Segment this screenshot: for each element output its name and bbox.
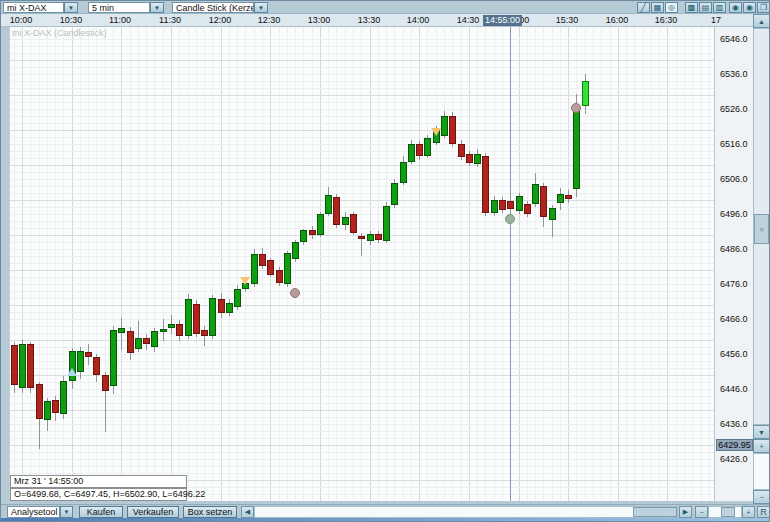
candle[interactable] — [491, 200, 498, 213]
candle[interactable] — [400, 162, 407, 183]
candle[interactable] — [333, 197, 340, 225]
candle[interactable] — [77, 351, 84, 372]
scroll-right-icon[interactable]: ▶ — [679, 506, 692, 518]
horizontal-zoom-in-button[interactable]: + — [742, 506, 755, 518]
verkaufen-button[interactable]: Verkaufen — [127, 506, 179, 518]
scroll-up-icon[interactable]: ▲ — [753, 14, 770, 28]
candle[interactable] — [176, 324, 183, 336]
candle[interactable] — [358, 236, 365, 239]
candle[interactable] — [284, 253, 291, 284]
candle[interactable] — [209, 298, 216, 336]
candle[interactable] — [36, 384, 43, 419]
candle[interactable] — [52, 400, 59, 413]
candle[interactable] — [69, 351, 76, 381]
candle[interactable] — [391, 183, 398, 205]
candle[interactable] — [367, 234, 374, 241]
vertical-zoom-out-button[interactable]: − — [753, 490, 770, 504]
candle[interactable] — [482, 156, 489, 213]
candle[interactable] — [458, 144, 465, 157]
candle[interactable] — [342, 217, 349, 225]
candle[interactable] — [234, 289, 241, 307]
candle[interactable] — [466, 154, 473, 163]
candle[interactable] — [516, 196, 523, 211]
horizontal-zoom-thumb[interactable] — [721, 507, 735, 517]
candle[interactable] — [565, 195, 572, 199]
reset-button[interactable]: R — [757, 506, 770, 518]
candle[interactable] — [218, 299, 225, 313]
horizontal-scroll-track[interactable] — [254, 506, 678, 518]
candle[interactable] — [151, 331, 158, 347]
candle[interactable] — [118, 328, 125, 333]
layout-dotted-grid-icon[interactable]: ▥ — [713, 2, 726, 13]
indicator-b-icon[interactable]: ◉ — [743, 2, 756, 13]
candle[interactable] — [251, 254, 258, 284]
candle[interactable] — [441, 116, 448, 136]
vertical-zoom-in-button[interactable]: + — [753, 439, 770, 453]
candle[interactable] — [300, 230, 307, 242]
indicator-a-icon[interactable]: ◉ — [729, 2, 742, 13]
horizontal-zoom-out-button[interactable]: − — [695, 506, 708, 518]
candle[interactable] — [93, 357, 100, 375]
candle[interactable] — [201, 330, 208, 336]
candle[interactable] — [499, 200, 506, 210]
candle[interactable] — [11, 345, 18, 385]
scroll-down-icon[interactable]: ▼ — [753, 425, 770, 439]
candle[interactable] — [276, 270, 283, 283]
circle-tool-icon[interactable]: ◎ — [665, 2, 678, 13]
candle[interactable] — [540, 186, 547, 217]
candle[interactable] — [524, 204, 531, 214]
candle[interactable] — [317, 214, 324, 235]
candle[interactable] — [226, 303, 233, 313]
candle[interactable] — [135, 338, 142, 349]
cascade-windows-icon[interactable]: ❐ — [757, 2, 770, 13]
chart-type-dropdown-arrow-icon[interactable]: ▼ — [254, 2, 268, 13]
horizontal-scroll-thumb[interactable] — [633, 507, 677, 517]
candle[interactable] — [27, 344, 34, 388]
symbol-dropdown[interactable]: mi X-DAX — [3, 2, 64, 13]
candle[interactable] — [582, 81, 589, 106]
candle[interactable] — [416, 144, 423, 156]
candle[interactable] — [168, 324, 175, 328]
candle[interactable] — [474, 154, 481, 164]
candle[interactable] — [143, 338, 150, 344]
candle[interactable] — [193, 304, 200, 334]
analysetool-dropdown-arrow-icon[interactable]: ▼ — [60, 506, 73, 518]
candle[interactable] — [19, 344, 26, 388]
interval-dropdown-arrow-icon[interactable]: ▼ — [150, 2, 164, 13]
vertical-scroll-thumb[interactable]: ≡ — [754, 214, 769, 244]
candle[interactable] — [110, 330, 117, 386]
symbol-dropdown-arrow-icon[interactable]: ▼ — [64, 2, 78, 13]
chart-type-dropdown[interactable]: Candle Stick (Kerze — [172, 2, 254, 13]
candle[interactable] — [449, 116, 456, 144]
candle[interactable] — [292, 242, 299, 259]
scroll-left-icon[interactable]: ◀ — [241, 506, 254, 518]
candle[interactable] — [532, 184, 539, 204]
layout-rows-icon[interactable]: ▤ — [699, 2, 712, 13]
candle[interactable] — [507, 201, 514, 209]
candle[interactable] — [267, 260, 274, 275]
candle[interactable] — [44, 401, 51, 420]
kaufen-button[interactable]: Kaufen — [79, 506, 123, 518]
candle[interactable] — [350, 214, 357, 233]
chart-area[interactable]: mi X-DAX (Candlestick) Mrz 31 ' 14:55:00… — [9, 27, 714, 501]
candle[interactable] — [102, 375, 109, 391]
candle[interactable] — [375, 234, 382, 240]
grid-table-icon[interactable]: ▦ — [651, 2, 664, 13]
candle[interactable] — [549, 208, 556, 220]
candle[interactable] — [185, 299, 192, 336]
candle[interactable] — [573, 111, 580, 189]
candle[interactable] — [424, 138, 431, 156]
interval-dropdown[interactable]: 5 min — [88, 2, 150, 13]
analysetool-dropdown[interactable]: Analysetool — [7, 506, 60, 518]
box-setzen-button[interactable]: Box setzen — [183, 506, 237, 518]
candle[interactable] — [259, 254, 266, 266]
candle[interactable] — [325, 195, 332, 214]
candle[interactable] — [557, 194, 564, 203]
candle[interactable] — [160, 329, 167, 332]
candle[interactable] — [85, 352, 92, 357]
candle[interactable] — [60, 381, 67, 414]
candle[interactable] — [383, 206, 390, 241]
candle[interactable] — [408, 144, 415, 162]
candle[interactable] — [309, 230, 316, 235]
layout-dense-grid-icon[interactable]: ▩ — [685, 2, 698, 13]
